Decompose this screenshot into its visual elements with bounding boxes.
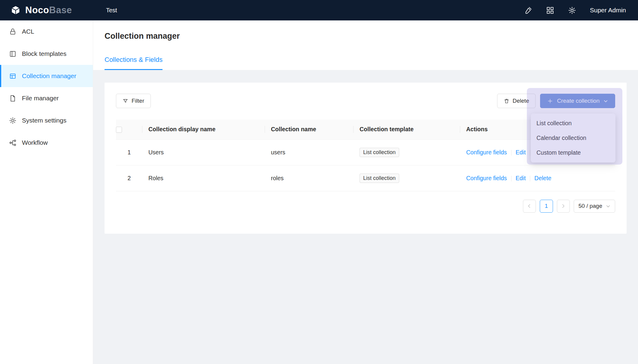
sidebar-item-label: System settings <box>22 117 66 124</box>
action-divider <box>511 150 512 156</box>
sidebar-item-collection-manager[interactable]: Collection manager <box>0 65 93 87</box>
delete-button-label: Delete <box>513 98 529 104</box>
app-root: NocoBase Test Super Admin ACL <box>0 0 638 364</box>
tabs: Collections & Fields <box>105 56 627 70</box>
content-area: Filter Delete <box>93 70 638 364</box>
delete-link[interactable]: Delete <box>534 175 551 181</box>
collections-card: Filter Delete <box>105 83 627 234</box>
action-divider <box>511 176 512 181</box>
col-name: Collection name <box>265 120 354 139</box>
row-name: users <box>265 139 354 165</box>
chevron-left-icon <box>527 204 532 208</box>
configure-fields-link[interactable]: Configure fields <box>466 149 507 156</box>
card-toolbar: Filter Delete <box>116 94 615 108</box>
row-index: 2 <box>116 165 142 191</box>
create-collection-label: Create collection <box>557 98 600 104</box>
chevron-down-icon <box>603 99 608 103</box>
lock-icon <box>9 28 17 35</box>
sidebar-item-acl[interactable]: ACL <box>0 20 93 43</box>
highlighter-icon[interactable] <box>524 6 532 14</box>
sidebar-item-label: Collection manager <box>22 72 76 80</box>
table-row: 2 Roles roles List collection Configure … <box>116 165 615 191</box>
top-header: NocoBase Test Super Admin <box>0 0 638 20</box>
edit-link[interactable]: Edit <box>516 149 526 156</box>
toolbar-right: Delete Create collection <box>497 94 615 108</box>
brand-name-bold: Noco <box>25 5 49 15</box>
action-divider <box>530 176 530 181</box>
chevron-down-icon <box>606 204 610 208</box>
row-template: List collection <box>354 165 460 191</box>
file-icon <box>9 95 17 102</box>
row-display-name: Users <box>142 139 265 165</box>
top-menu-item-test[interactable]: Test <box>103 7 120 14</box>
gear-icon <box>9 117 17 124</box>
plus-icon <box>547 98 553 104</box>
filter-button[interactable]: Filter <box>116 94 151 108</box>
select-all-header <box>116 120 142 139</box>
sidebar-item-label: File manager <box>22 95 59 102</box>
sidebar-item-label: Block templates <box>22 50 66 57</box>
apps-icon[interactable] <box>546 6 554 14</box>
page-size-select[interactable]: 50 / page <box>574 200 615 213</box>
brand[interactable]: NocoBase <box>10 5 93 16</box>
row-name: roles <box>265 165 354 191</box>
select-all-checkbox[interactable] <box>116 127 122 133</box>
col-template: Collection template <box>354 120 460 139</box>
current-page-button[interactable]: 1 <box>540 200 553 213</box>
chevron-right-icon <box>561 204 566 208</box>
trash-icon <box>504 98 509 104</box>
cube-icon <box>10 5 21 16</box>
top-right-actions: Super Admin <box>524 6 626 14</box>
workflow-icon <box>9 139 17 147</box>
sidebar-item-file-manager[interactable]: File manager <box>0 87 93 109</box>
create-collection-button[interactable]: Create collection <box>540 94 615 108</box>
brand-name: NocoBase <box>25 5 72 16</box>
row-actions: Configure fieldsEditDelete <box>460 165 615 191</box>
col-display-name: Collection display name <box>142 120 265 139</box>
row-template: List collection <box>354 139 460 165</box>
page-title: Collection manager <box>105 30 627 42</box>
next-page-button[interactable] <box>557 200 570 213</box>
configure-fields-link[interactable]: Configure fields <box>466 175 507 181</box>
sidebar-item-block-templates[interactable]: Block templates <box>0 43 93 65</box>
dropdown-item-calendar-collection[interactable]: Calendar collection <box>531 131 615 145</box>
pagination: 1 50 / page <box>116 200 615 213</box>
tab-collections-fields[interactable]: Collections & Fields <box>105 56 163 70</box>
top-menu: Test <box>103 7 120 14</box>
row-index: 1 <box>116 139 142 165</box>
sidebar-item-workflow[interactable]: Workflow <box>0 132 93 154</box>
prev-page-button[interactable] <box>523 200 536 213</box>
action-divider <box>530 150 530 156</box>
layout-icon <box>9 50 17 58</box>
settings-sidebar: ACL Block templates Collection manager F… <box>0 20 93 364</box>
sidebar-item-label: Workflow <box>22 139 48 146</box>
sidebar-item-label: ACL <box>22 28 34 35</box>
create-collection-dropdown: List collection Calendar collection Cust… <box>531 114 615 162</box>
edit-link[interactable]: Edit <box>516 175 526 181</box>
brand-name-light: Base <box>49 5 72 15</box>
page-size-value: 50 / page <box>579 203 602 209</box>
page-header: Collection manager Collections & Fields <box>93 20 638 70</box>
sidebar-item-system-settings[interactable]: System settings <box>0 109 93 132</box>
filter-icon <box>123 98 128 104</box>
filter-button-label: Filter <box>132 98 144 104</box>
table-icon <box>9 72 17 80</box>
row-display-name: Roles <box>142 165 265 191</box>
dropdown-item-custom-template[interactable]: Custom template <box>531 145 615 160</box>
dropdown-item-list-collection[interactable]: List collection <box>531 116 615 131</box>
template-tag: List collection <box>360 174 399 183</box>
delete-button[interactable]: Delete <box>497 94 536 108</box>
user-menu[interactable]: Super Admin <box>590 7 626 14</box>
gear-icon[interactable] <box>568 6 576 14</box>
main-area: Collection manager Collections & Fields … <box>93 20 638 364</box>
template-tag: List collection <box>360 148 399 157</box>
